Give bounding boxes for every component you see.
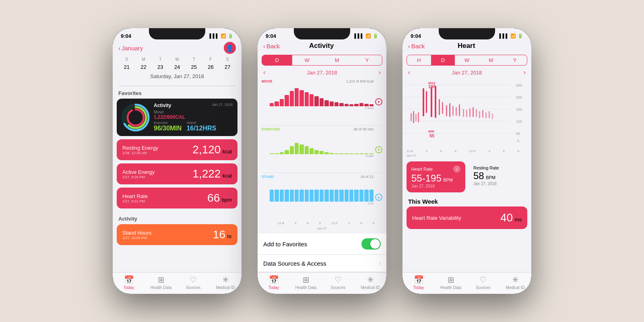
seg-y-3[interactable]: Y bbox=[503, 55, 527, 65]
stand-stat: 16/12HRS bbox=[186, 125, 216, 132]
chart-nav-3: ‹ Jan 27, 2018 › bbox=[402, 68, 531, 77]
heart-rate-card[interactable]: Heart Rate i 55-195 BPM Jan 27, 2018 bbox=[407, 161, 465, 192]
seg-m-2[interactable]: M bbox=[322, 55, 352, 65]
heart-rate-label: Heart Rate bbox=[122, 193, 148, 199]
sources-icon-3: ♡ bbox=[479, 275, 487, 285]
resting-rate-label: Resting Rate bbox=[473, 165, 522, 170]
activity-card[interactable]: Activity Jan 27, 2018 Move 1,222/600CAL … bbox=[117, 99, 237, 136]
nav-title-3: Heart bbox=[458, 42, 475, 50]
profile-icon-1[interactable]: 👤 bbox=[224, 42, 236, 54]
settings-area-2: Add to Favorites Data Sources & Access › bbox=[258, 233, 386, 272]
signal-icon-1: ▌▌▌ bbox=[210, 33, 219, 38]
svg-rect-34 bbox=[463, 109, 464, 117]
segment-control-2: D W M Y bbox=[262, 55, 382, 66]
svg-rect-23 bbox=[418, 112, 419, 122]
tab-health-data-2[interactable]: ⊞ Health Data bbox=[290, 275, 322, 290]
tab-health-data-1[interactable]: ⊞ Health Data bbox=[145, 275, 177, 290]
heart-time-axis: 12 A36912 P369 bbox=[402, 149, 531, 153]
nav-back-3[interactable]: ‹ Back bbox=[408, 43, 425, 50]
seg-h-3[interactable]: H bbox=[407, 55, 431, 65]
seg-w-2[interactable]: W bbox=[292, 55, 322, 65]
phone-3-screen: 9:04 ▌▌▌ 📶 🔋 ‹ Back Heart H D bbox=[402, 28, 531, 294]
heart-rate-tile[interactable]: Heart Rate 1/27, 9:21 PM 66 bpm bbox=[117, 188, 237, 208]
svg-rect-37 bbox=[473, 107, 474, 117]
signal-icon-2: ▌▌▌ bbox=[355, 33, 364, 38]
heart-rate-card-unit: BPM bbox=[443, 178, 453, 182]
heart-rate-card-date: Jan 27, 2018 bbox=[411, 184, 460, 188]
today-icon-1: 📅 bbox=[124, 275, 134, 285]
data-sources-row[interactable]: Data Sources & Access › bbox=[258, 255, 386, 272]
tab-medical-1[interactable]: ✳ Medical ID bbox=[209, 275, 242, 290]
active-energy-label: Active Energy bbox=[122, 169, 155, 175]
health-data-icon-3: ⊞ bbox=[448, 275, 454, 285]
hrv-unit: ms bbox=[515, 217, 522, 223]
tab-today-1[interactable]: 📅 Today bbox=[113, 275, 145, 290]
seg-w-3[interactable]: W bbox=[455, 55, 479, 65]
chart-prev-3[interactable]: ‹ bbox=[408, 69, 410, 76]
chart-next-3[interactable]: › bbox=[524, 69, 526, 76]
tab-health-label-2: Health Data bbox=[295, 285, 317, 290]
phone-1-screen: 9:04 ▌▌▌ 📶 🔋 ‹ January 👤 bbox=[113, 28, 242, 294]
exercise-stat: 96/30MIN bbox=[154, 125, 182, 132]
add-favorites-row[interactable]: Add to Favorites bbox=[258, 233, 386, 255]
hrv-card[interactable]: Heart Rate Variability 40 ms bbox=[407, 206, 527, 229]
svg-rect-35 bbox=[466, 110, 467, 117]
status-icons-1: ▌▌▌ 📶 🔋 bbox=[210, 33, 233, 39]
active-energy-tile[interactable]: Active Energy 1/27, 9:26 PM 1,222 kcal bbox=[117, 163, 237, 184]
activity-section-header: Activity bbox=[113, 212, 242, 224]
seg-d-2[interactable]: D bbox=[262, 55, 292, 65]
health-data-icon-2: ⊞ bbox=[303, 275, 310, 285]
stand-hours-tile[interactable]: Stand Hours 1/27, 10:00 PM 16 hr bbox=[117, 224, 237, 245]
svg-rect-20 bbox=[411, 113, 412, 121]
chart-prev-2[interactable]: ‹ bbox=[263, 69, 265, 76]
tab-medical-3[interactable]: ✳ Medical ID bbox=[499, 275, 531, 290]
svg-rect-22 bbox=[415, 114, 417, 121]
svg-rect-38 bbox=[476, 109, 477, 117]
wifi-icon-3: 📶 bbox=[510, 33, 516, 39]
chart-next-2[interactable]: › bbox=[379, 69, 381, 76]
heart-chart-svg: 250 200 150 100 50 0 MAX 195 bbox=[402, 77, 531, 145]
nav-back-2[interactable]: ‹ Back bbox=[263, 43, 280, 50]
tab-sources-1[interactable]: ♡ Sources bbox=[177, 275, 209, 290]
data-sources-arrow: › bbox=[379, 260, 381, 267]
tab-medical-label-1: Medical ID bbox=[216, 285, 235, 290]
ring-stats: Activity Jan 27, 2018 Move 1,222/600CAL … bbox=[154, 103, 233, 132]
nav-back-label-2: Back bbox=[266, 43, 280, 50]
exercise-icon: ● bbox=[375, 146, 382, 153]
nav-bar-3: ‹ Back Heart bbox=[402, 40, 531, 52]
tab-sources-2[interactable]: ♡ Sources bbox=[322, 275, 354, 290]
chart-date-3: Jan 27, 2018 bbox=[452, 70, 482, 76]
status-icons-2: ▌▌▌ 📶 🔋 bbox=[355, 33, 378, 39]
battery-icon-2: 🔋 bbox=[373, 33, 378, 39]
tab-health-data-3[interactable]: ⊞ Health Data bbox=[435, 275, 467, 290]
health-data-icon-1: ⊞ bbox=[158, 275, 165, 285]
move-bars bbox=[270, 84, 374, 106]
svg-rect-41 bbox=[485, 112, 487, 118]
heart-info-icon[interactable]: i bbox=[453, 165, 460, 173]
tab-today-3[interactable]: 📅 Today bbox=[402, 275, 435, 290]
seg-d-3[interactable]: D bbox=[431, 55, 455, 65]
tab-medical-2[interactable]: ✳ Medical ID bbox=[354, 275, 386, 290]
medical-icon-1: ✳ bbox=[222, 275, 229, 285]
tab-sources-3[interactable]: ♡ Sources bbox=[467, 275, 499, 290]
cal-days-header: S M T W T F S bbox=[118, 56, 236, 62]
resting-rate-card[interactable]: Resting Rate 58 BPM Jan 27, 2018 bbox=[469, 161, 527, 192]
resting-energy-tile[interactable]: Resting Energy 1/28, 12:26 AM 2,120 kcal bbox=[117, 139, 237, 160]
battery-icon-1: 🔋 bbox=[228, 33, 233, 39]
sources-icon-1: ♡ bbox=[190, 275, 197, 285]
svg-rect-36 bbox=[469, 108, 471, 117]
tab-today-2[interactable]: 📅 Today bbox=[258, 275, 290, 290]
favorites-toggle[interactable] bbox=[361, 238, 381, 250]
calendar-header: S M T W T F S 21 22 23 24 25 26 27 bbox=[113, 56, 242, 86]
svg-text:MIN: MIN bbox=[428, 130, 434, 133]
today-icon-3: 📅 bbox=[414, 275, 424, 285]
favorites-header: Favorites bbox=[113, 86, 242, 99]
nav-back-1[interactable]: ‹ January bbox=[118, 45, 143, 52]
chart-date-2: Jan 27, 2018 bbox=[307, 70, 337, 76]
seg-y-2[interactable]: Y bbox=[352, 55, 382, 65]
exercise-section: EXERCISE 96 of 30 min ● bbox=[262, 126, 382, 173]
seg-m-3[interactable]: M bbox=[479, 55, 503, 65]
tab-sources-label-1: Sources bbox=[186, 285, 201, 290]
status-bar-2: 9:04 ▌▌▌ 📶 🔋 bbox=[258, 28, 386, 40]
svg-rect-29 bbox=[446, 105, 447, 116]
